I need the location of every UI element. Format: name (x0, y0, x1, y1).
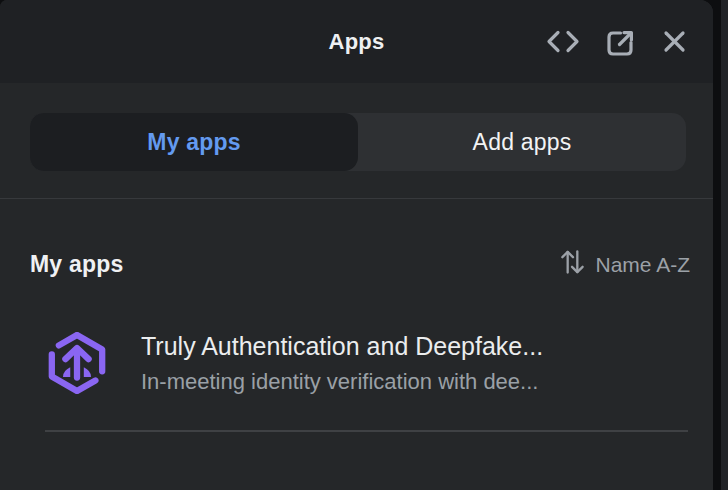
panel-header: Apps (0, 0, 713, 83)
sort-arrows-icon (559, 247, 586, 282)
close-icon[interactable] (659, 26, 690, 57)
code-icon[interactable] (546, 28, 580, 55)
tabs-section: My apps Add apps (0, 83, 713, 199)
list-item-divider (45, 430, 688, 432)
tab-my-apps[interactable]: My apps (30, 113, 358, 171)
app-name: Truly Authentication and Deepfake... (141, 329, 543, 363)
section-heading: My apps (30, 251, 123, 278)
section-header-row: My apps Name A-Z (0, 199, 713, 282)
app-list-item[interactable]: Truly Authentication and Deepfake... In-… (46, 329, 690, 397)
panel-title: Apps (329, 29, 385, 55)
apps-panel: Apps (0, 0, 713, 490)
sort-label: Name A-Z (595, 253, 690, 277)
sort-control[interactable]: Name A-Z (559, 247, 690, 282)
header-actions (546, 25, 690, 58)
truly-hexagon-logo-icon (46, 332, 108, 394)
app-text-block: Truly Authentication and Deepfake... In-… (141, 329, 543, 397)
apps-panel-screen: Apps (0, 0, 728, 490)
tab-switcher: My apps Add apps (30, 113, 686, 171)
tab-add-apps[interactable]: Add apps (358, 113, 686, 171)
background-window-edge (721, 0, 728, 490)
app-description: In-meeting identity verification with de… (141, 367, 543, 397)
open-external-icon[interactable] (603, 25, 636, 58)
